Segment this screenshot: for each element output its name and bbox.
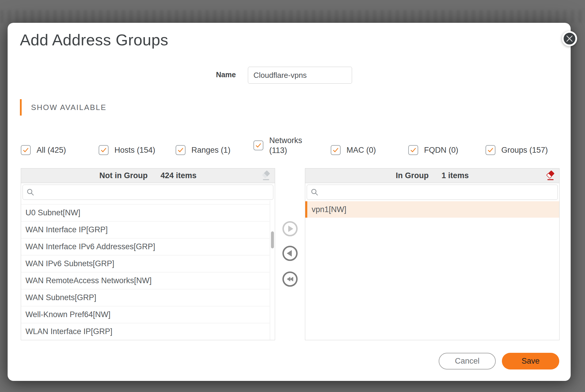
not-in-group-header: Not in Group 424 items <box>21 169 275 183</box>
filter-checkbox-all[interactable]: All (425) <box>21 145 66 155</box>
filter-label: MAC (0) <box>346 145 376 155</box>
search-icon <box>310 188 319 196</box>
filter-label: Ranges (1) <box>191 145 231 155</box>
clear-group-button[interactable] <box>545 170 556 181</box>
right-arrow-icon <box>288 226 293 232</box>
scrollbar-track[interactable] <box>270 201 275 340</box>
close-button[interactable] <box>562 31 577 46</box>
selected-group-member[interactable]: vpn1[NW] <box>305 201 559 218</box>
checkbox-checked-icon <box>99 145 109 155</box>
save-button[interactable]: Save <box>502 353 559 369</box>
panel-title: In Group <box>396 171 428 180</box>
page-title: Add Address Groups <box>20 30 168 49</box>
partial-scrolled-row <box>21 201 270 204</box>
close-icon <box>566 35 573 42</box>
filter-checkbox-networks[interactable]: Networks (113) <box>253 135 302 156</box>
filter-label: Networks <box>269 136 302 145</box>
filter-checkbox-ranges[interactable]: Ranges (1) <box>176 145 231 155</box>
checkbox-checked-icon <box>21 145 31 155</box>
checkbox-checked-icon <box>331 145 341 155</box>
section-heading: SHOW AVAILABLE <box>31 99 107 116</box>
in-group-panel: In Group 1 items vpn1 <box>305 168 560 340</box>
scrollbar-thumb[interactable] <box>271 231 274 248</box>
left-arrow-icon <box>287 250 292 257</box>
background-blur-band <box>0 10 585 23</box>
filter-checkbox-fqdn[interactable]: FQDN (0) <box>408 145 458 155</box>
list-item[interactable]: WAN RemoteAccess Networks[NW] <box>21 272 270 289</box>
add-address-groups-dialog: Add Address Groups Name SHOW AVAILABLE A… <box>8 23 571 381</box>
double-left-arrow-icon <box>290 277 293 281</box>
filter-checkbox-groups[interactable]: Groups (157) <box>486 145 548 155</box>
filter-checkbox-hosts[interactable]: Hosts (154) <box>99 145 155 155</box>
search-input[interactable] <box>322 188 554 197</box>
not-in-group-panel: Not in Group 424 items <box>21 168 275 340</box>
name-input[interactable] <box>248 67 352 84</box>
in-group-search[interactable] <box>307 185 558 200</box>
filter-label: Groups (157) <box>501 145 548 155</box>
filter-label: Hosts (154) <box>114 145 155 155</box>
list-item[interactable]: WAN Interface IP[GRP] <box>21 221 270 238</box>
checkbox-checked-icon <box>253 140 263 150</box>
search-input[interactable] <box>37 188 270 197</box>
move-all-left-button[interactable] <box>282 271 298 287</box>
search-icon <box>26 188 35 196</box>
checkbox-checked-icon <box>176 145 186 155</box>
in-group-header: In Group 1 items <box>305 169 559 183</box>
list-item[interactable]: U0 Subnet[NW] <box>21 204 270 221</box>
panel-item-count: 424 items <box>160 171 196 180</box>
list-item[interactable]: WAN Subnets[GRP] <box>21 289 270 306</box>
cancel-button[interactable]: Cancel <box>439 353 496 369</box>
list-item[interactable]: WAN Interface IPv6 Addresses[GRP] <box>21 238 270 255</box>
name-field-label: Name <box>183 71 236 79</box>
panel-title: Not in Group <box>99 171 147 180</box>
filter-label: All (425) <box>37 145 66 155</box>
section-accent-bar <box>20 99 22 116</box>
filter-checkbox-mac[interactable]: MAC (0) <box>331 145 376 155</box>
clear-selection-button[interactable] <box>260 170 271 181</box>
filter-label-line2: (113) <box>269 145 302 155</box>
not-in-group-search[interactable] <box>23 185 273 200</box>
not-in-group-list: U0 Subnet[NW] WAN Interface IP[GRP] WAN … <box>21 201 275 340</box>
move-right-button[interactable] <box>282 221 298 236</box>
filter-label: FQDN (0) <box>424 145 458 155</box>
move-left-button[interactable] <box>282 246 298 261</box>
checkbox-checked-icon <box>486 145 495 155</box>
list-item[interactable]: WLAN Interface IP[GRP] <box>21 323 270 340</box>
panel-item-count: 1 items <box>442 171 469 180</box>
eraser-icon <box>260 170 271 181</box>
list-item[interactable]: WAN IPv6 Subnets[GRP] <box>21 255 270 272</box>
list-item[interactable]: Well-Known Pref64[NW] <box>21 306 270 323</box>
checkbox-checked-icon <box>408 145 418 155</box>
eraser-icon <box>545 170 556 181</box>
